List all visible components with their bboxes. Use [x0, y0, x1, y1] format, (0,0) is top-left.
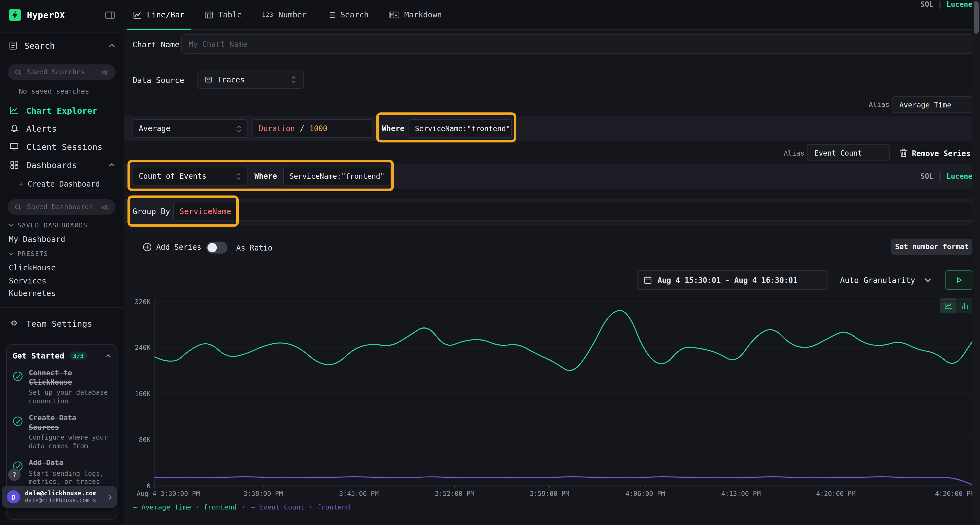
granularity-select[interactable]: Auto Granularity [836, 270, 935, 290]
set-number-format-button[interactable]: Set number format [891, 239, 972, 255]
presets-group-header[interactable]: PRESETS [9, 251, 48, 257]
legend-separator: · [242, 503, 246, 511]
chart-name-input[interactable]: My Chart Name [181, 34, 973, 54]
sidebar-item-my-dashboard[interactable]: My Dashboard [9, 234, 65, 243]
date-range-picker[interactable]: Aug 4 15:30:01 - Aug 4 16:30:01 [637, 270, 828, 290]
group-by-input[interactable]: ServiceName [173, 202, 972, 221]
legend-item[interactable]: — Average Time · frontend [133, 503, 237, 511]
sql-toggle[interactable]: SQL [920, 0, 934, 9]
checklist-item[interactable]: Connect to ClickHouse Set up your databa… [13, 369, 111, 405]
shortcut-badge: ⌘K [101, 68, 109, 76]
play-icon [955, 277, 962, 284]
field-input-series-1[interactable]: Duration/1000 [253, 119, 373, 138]
check-circle-icon [13, 371, 23, 405]
code-token: ServiceName [180, 207, 231, 216]
checklist-item[interactable]: Add Data Start sending logs, metrics, or… [13, 458, 111, 486]
user-menu[interactable]: D dale@clickhouse.com dale@clickhouse.co… [2, 486, 117, 508]
nav-label: Client Sessions [26, 141, 102, 152]
avatar: D [7, 490, 20, 503]
x-axis-tick-label: Aug 4 3:30:00 PM [137, 490, 200, 497]
divider [124, 232, 973, 232]
sidebar-item-chart-explorer[interactable]: Chart Explorer [0, 101, 124, 119]
sidebar-item-clickhouse[interactable]: ClickHouse [9, 263, 56, 272]
sidebar-item-alerts[interactable]: Alerts [0, 119, 124, 138]
app-window: HyperDX Search Saved Searches ⌘K No save… [0, 0, 980, 525]
help-button[interactable]: ? [8, 468, 21, 481]
sidebar-collapse-icon[interactable] [105, 11, 115, 19]
lucene-toggle[interactable]: Lucene [947, 0, 972, 9]
date-range-value: Aug 4 15:30:01 - Aug 4 16:30:01 [657, 276, 797, 284]
chevron-down-icon [9, 252, 14, 255]
legend-text: — [251, 503, 259, 511]
no-saved-searches-text: No saved searches [19, 87, 89, 95]
add-series-button[interactable]: Add Series [142, 243, 201, 252]
aggregation-select-series-1[interactable]: Average [132, 119, 247, 138]
trash-icon[interactable] [899, 148, 908, 157]
line-chart-icon [9, 106, 19, 115]
where-label: Where [382, 124, 404, 133]
scrollbar-thumb[interactable] [974, 2, 978, 34]
x-axis-tick-label: 3:52:00 PM [435, 490, 474, 497]
tab-search[interactable]: Search [320, 0, 375, 29]
sidebar-item-dashboards[interactable]: Dashboards [0, 155, 124, 174]
x-axis-tick-label: 4:20:00 PM [816, 490, 856, 497]
saved-dashboards-input[interactable]: Saved Dashboards ⌘K [8, 199, 116, 215]
get-started-header[interactable]: Get Started 3/3 [13, 351, 111, 360]
series-row-1 [124, 116, 973, 141]
group-header-label: PRESETS [18, 251, 48, 257]
sidebar-item-services[interactable]: Services [9, 276, 46, 285]
aggregation-select-series-2[interactable]: Count of Events [132, 167, 247, 186]
x-axis-tick-label: 4:30:00 PM [935, 490, 975, 497]
tab-label: Number [278, 10, 307, 19]
create-dashboard-button[interactable]: + Create Dashboard [19, 180, 100, 189]
tab-markdown[interactable]: Markdown [382, 0, 449, 29]
line-chart[interactable] [154, 298, 972, 490]
alias-input-series-2[interactable]: Event Count [807, 144, 890, 161]
code-token: Duration [259, 124, 295, 133]
archive-box-icon [204, 76, 213, 84]
hyperdx-logo-icon[interactable] [9, 9, 21, 21]
saved-searches-input[interactable]: Saved Searches ⌘K [8, 64, 116, 80]
legend-item[interactable]: — Event Count · frontend [251, 503, 350, 511]
checklist-item[interactable]: Create Data Sources Configure where your… [13, 414, 111, 450]
toggle-knob [207, 243, 217, 252]
nav-label: Dashboards [26, 160, 77, 170]
alias-input-series-1[interactable]: Average Time [892, 96, 972, 113]
aggregation-value: Average [139, 124, 170, 133]
y-axis: 080K160K240K320K [124, 298, 151, 486]
as-ratio-toggle[interactable] [206, 242, 228, 254]
search-section-label: Search [24, 41, 55, 51]
line-chart-icon [133, 10, 142, 19]
where-label: Where [254, 172, 277, 180]
lucene-toggle[interactable]: Lucene [947, 172, 972, 180]
data-source-select[interactable]: Traces [197, 70, 304, 89]
chart-explorer-panel: Line/Bar Table 123 Number Search [124, 0, 980, 525]
plus-icon: + [19, 180, 24, 189]
number-123-icon: 123 [262, 11, 274, 18]
sidebar-item-client-sessions[interactable]: Client Sessions [0, 137, 124, 155]
sidebar-item-kubernetes[interactable]: Kubernetes [9, 289, 56, 298]
divider [0, 32, 124, 33]
tab-table[interactable]: Table [198, 0, 248, 29]
group-header-label: SAVED DASHBOARDS [18, 222, 88, 228]
saved-dashboards-placeholder: Saved Dashboards [27, 203, 93, 211]
remove-series-button[interactable]: Remove Series [912, 149, 971, 158]
alias-value: Average Time [899, 100, 951, 109]
where-input-series-1[interactable]: ServiceName:"frontend" [409, 119, 512, 138]
search-section-header[interactable]: Search [0, 39, 124, 52]
x-axis-tick-label: 4:13:00 PM [721, 490, 760, 497]
scrollbar-track[interactable] [972, 0, 980, 525]
sidebar-item-team-settings[interactable]: ⚙ Team Settings [0, 314, 124, 332]
legend-text: Event Count [259, 503, 309, 511]
where-input-series-2[interactable]: ServiceName:"frontend" [283, 167, 391, 186]
y-axis-tick-label: 160K [135, 390, 151, 397]
user-org: dale@clickhouse.com's [25, 497, 97, 504]
query-language-toggle: SQL | Lucene [920, 0, 972, 9]
run-query-button[interactable] [945, 270, 972, 290]
tab-number[interactable]: 123 Number [256, 0, 313, 29]
saved-dashboards-group-header[interactable]: SAVED DASHBOARDS [9, 222, 88, 228]
search-icon [14, 203, 22, 211]
tab-line-bar[interactable]: Line/Bar [127, 0, 191, 29]
sql-toggle[interactable]: SQL [920, 172, 934, 180]
shortcut-badge: ⌘K [101, 203, 109, 211]
